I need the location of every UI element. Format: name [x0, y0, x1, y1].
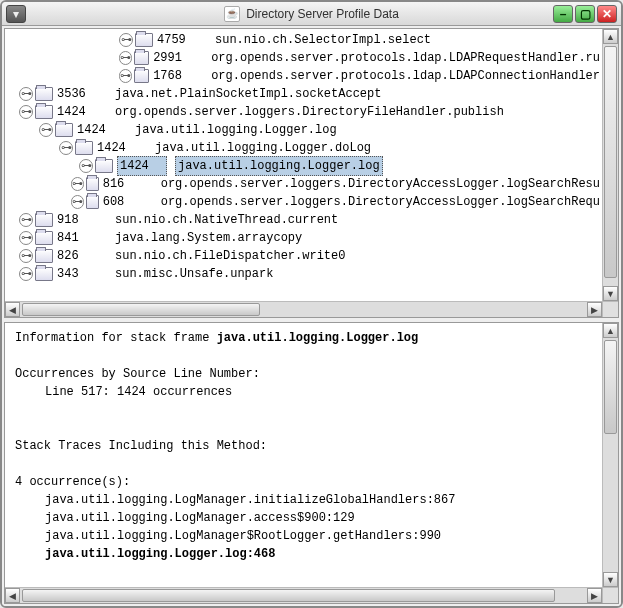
traces-header: Stack Traces Including this Method:: [15, 437, 592, 455]
tree-row[interactable]: ⊶608org.opends.server.loggers.DirectoryA…: [7, 193, 600, 211]
expand-icon[interactable]: ⊶: [19, 213, 33, 227]
call-tree: ⊶4759sun.nio.ch.SelectorImpl.select⊶2991…: [5, 29, 602, 285]
folder-icon: [35, 87, 53, 101]
tree-row[interactable]: ⊶816org.opends.server.loggers.DirectoryA…: [7, 175, 600, 193]
scroll-right-button[interactable]: ▶: [587, 302, 602, 317]
sample-count: 1424: [117, 156, 167, 176]
occurrences-header: Occurrences by Source Line Number:: [15, 365, 592, 383]
scroll-down-button[interactable]: ▼: [603, 286, 618, 301]
scroll-up-button[interactable]: ▲: [603, 323, 618, 338]
scroll-left-button[interactable]: ◀: [5, 588, 20, 603]
scroll-left-button[interactable]: ◀: [5, 302, 20, 317]
scroll-thumb[interactable]: [604, 340, 617, 434]
method-name: org.opends.server.loggers.DirectoryFileH…: [115, 103, 504, 121]
tree-row[interactable]: ⊶2991org.opends.server.protocols.ldap.LD…: [7, 49, 600, 67]
tree-row[interactable]: ⊶1424java.util.logging.Logger.log: [7, 157, 600, 175]
collapse-icon[interactable]: ⊶: [19, 105, 33, 119]
tree-row[interactable]: ⊶3536java.net.PlainSocketImpl.socketAcce…: [7, 85, 600, 103]
window-menu-button[interactable]: ▾: [6, 5, 26, 23]
trace-group-count: 4 occurrence(s):: [15, 473, 592, 491]
tree-row[interactable]: ⊶4759sun.nio.ch.SelectorImpl.select: [7, 31, 600, 49]
expand-icon[interactable]: ⊶: [19, 249, 33, 263]
scroll-right-button[interactable]: ▶: [587, 588, 602, 603]
info-header-prefix: Information for stack frame: [15, 331, 217, 345]
scroll-track[interactable]: [20, 588, 587, 603]
scroll-thumb[interactable]: [22, 589, 555, 602]
scroll-corner: [602, 301, 618, 317]
close-button[interactable]: ✕: [597, 5, 617, 23]
info-hscrollbar[interactable]: ◀ ▶: [5, 587, 602, 603]
info-vscrollbar[interactable]: ▲ ▼: [602, 323, 618, 587]
method-name: java.util.logging.Logger.doLog: [155, 139, 371, 157]
folder-icon: [134, 69, 150, 83]
sample-count: 3536: [57, 85, 107, 103]
expand-icon[interactable]: ⊶: [19, 267, 33, 281]
sample-count: 2991: [153, 49, 203, 67]
expand-icon[interactable]: ⊶: [19, 87, 33, 101]
tree-vscrollbar[interactable]: ▲ ▼: [602, 29, 618, 301]
method-name: java.util.logging.Logger.log: [135, 121, 337, 139]
sample-count: 4759: [157, 31, 207, 49]
collapse-icon[interactable]: ⊶: [39, 123, 53, 137]
method-name: sun.nio.ch.FileDispatcher.write0: [115, 247, 345, 265]
expand-icon[interactable]: ⊶: [71, 177, 84, 191]
tree-row[interactable]: ⊶1424java.util.logging.Logger.doLog: [7, 139, 600, 157]
scroll-thumb[interactable]: [22, 303, 260, 316]
info-pane: Information for stack frame java.util.lo…: [4, 322, 619, 604]
expand-icon[interactable]: ⊶: [71, 195, 84, 209]
folder-icon: [35, 105, 53, 119]
tree-pane: ⊶4759sun.nio.ch.SelectorImpl.select⊶2991…: [4, 28, 619, 318]
method-name: sun.nio.ch.NativeThread.current: [115, 211, 338, 229]
sample-count: 1424: [57, 103, 107, 121]
trace-line-current: java.util.logging.Logger.log:468: [45, 547, 275, 561]
tree-row[interactable]: ⊶343sun.misc.Unsafe.unpark: [7, 265, 600, 283]
trace-line: java.util.logging.LogManager$RootLogger.…: [45, 529, 441, 543]
folder-icon: [135, 33, 153, 47]
scroll-thumb[interactable]: [604, 46, 617, 278]
maximize-button[interactable]: ▢: [575, 5, 595, 23]
trace-line: java.util.logging.LogManager.access$900:…: [45, 511, 355, 525]
scroll-corner: [602, 587, 618, 603]
scroll-down-button[interactable]: ▼: [603, 572, 618, 587]
scroll-track[interactable]: [603, 338, 618, 572]
sample-count: 816: [103, 175, 153, 193]
folder-icon: [75, 141, 93, 155]
collapse-icon[interactable]: ⊶: [79, 159, 93, 173]
java-icon: ☕: [224, 6, 240, 22]
tree-row[interactable]: ⊶1424org.opends.server.loggers.Directory…: [7, 103, 600, 121]
collapse-icon[interactable]: ⊶: [59, 141, 73, 155]
method-name: sun.nio.ch.SelectorImpl.select: [215, 31, 431, 49]
expand-icon[interactable]: ⊶: [119, 69, 132, 83]
method-name: org.opends.server.loggers.DirectoryAcces…: [161, 193, 600, 211]
tree-row[interactable]: ⊶1768org.opends.server.protocols.ldap.LD…: [7, 67, 600, 85]
scroll-up-button[interactable]: ▲: [603, 29, 618, 44]
sample-count: 1424: [97, 139, 147, 157]
method-name: java.net.PlainSocketImpl.socketAccept: [115, 85, 381, 103]
folder-icon: [35, 249, 53, 263]
folder-icon: [35, 213, 53, 227]
expand-icon[interactable]: ⊶: [19, 231, 33, 245]
expand-icon[interactable]: ⊶: [119, 33, 133, 47]
expand-icon[interactable]: ⊶: [119, 51, 132, 65]
scroll-track[interactable]: [603, 44, 618, 286]
info-viewport[interactable]: Information for stack frame java.util.lo…: [5, 323, 602, 587]
tree-viewport[interactable]: ⊶4759sun.nio.ch.SelectorImpl.select⊶2991…: [5, 29, 602, 301]
sample-count: 608: [103, 193, 153, 211]
sample-count: 343: [57, 265, 107, 283]
tree-row[interactable]: ⊶1424java.util.logging.Logger.log: [7, 121, 600, 139]
sample-count: 918: [57, 211, 107, 229]
method-name: org.opends.server.protocols.ldap.LDAPReq…: [211, 49, 600, 67]
info-header-method: java.util.logging.Logger.log: [217, 331, 419, 345]
folder-icon: [35, 231, 53, 245]
minimize-button[interactable]: –: [553, 5, 573, 23]
info-text: Information for stack frame java.util.lo…: [15, 329, 592, 563]
method-name: java.util.logging.Logger.log: [175, 156, 383, 176]
trace-line: java.util.logging.LogManager.initializeG…: [45, 493, 455, 507]
tree-hscrollbar[interactable]: ◀ ▶: [5, 301, 602, 317]
scroll-track[interactable]: [20, 302, 587, 317]
tree-row[interactable]: ⊶826sun.nio.ch.FileDispatcher.write0: [7, 247, 600, 265]
content-area: ⊶4759sun.nio.ch.SelectorImpl.select⊶2991…: [2, 26, 621, 606]
tree-row[interactable]: ⊶841java.lang.System.arraycopy: [7, 229, 600, 247]
folder-icon: [134, 51, 150, 65]
tree-row[interactable]: ⊶918sun.nio.ch.NativeThread.current: [7, 211, 600, 229]
